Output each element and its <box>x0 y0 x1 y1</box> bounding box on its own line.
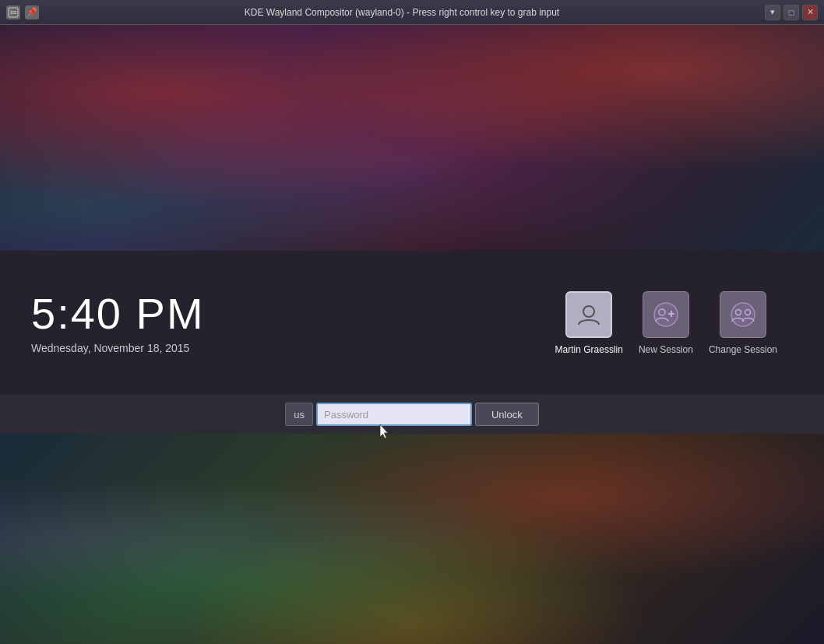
new-session-button[interactable]: New Session <box>639 291 693 355</box>
user-section: Martin Graesslin New Session <box>555 291 793 355</box>
user-avatar-button[interactable]: Martin Graesslin <box>555 291 623 355</box>
svg-point-3 <box>583 306 594 317</box>
svg-rect-2 <box>10 12 16 14</box>
app-icon <box>6 5 20 19</box>
password-input[interactable] <box>316 403 472 426</box>
unlock-button[interactable]: Unlock <box>475 403 539 426</box>
new-session-label: New Session <box>639 344 693 355</box>
titlebar-left: 📌 <box>6 5 39 19</box>
titlebar: 📌 KDE Wayland Compositor (wayland-0) - P… <box>0 0 824 25</box>
background-bottom <box>0 434 824 644</box>
lockbar: 5:40 PM Wednesday, November 18, 2015 Mar… <box>0 251 824 395</box>
change-session-label: Change Session <box>709 344 777 355</box>
user-avatar-icon <box>565 291 612 338</box>
titlebar-title: KDE Wayland Compositor (wayland-0) - Pre… <box>39 7 765 18</box>
change-session-button[interactable]: Change Session <box>709 291 777 355</box>
close-button[interactable]: ✕ <box>802 5 818 20</box>
time-display: 5:40 PM <box>31 292 226 336</box>
pin-icon[interactable]: 📌 <box>25 5 39 19</box>
new-session-icon <box>643 291 689 338</box>
username-badge: us <box>285 403 313 426</box>
time-section: 5:40 PM Wednesday, November 18, 2015 <box>31 292 226 354</box>
maximize-button[interactable]: □ <box>784 5 799 20</box>
svg-rect-0 <box>9 8 18 17</box>
titlebar-controls: ▾ □ ✕ <box>765 5 818 20</box>
password-bar: us Unlock <box>0 395 824 434</box>
main-area: 5:40 PM Wednesday, November 18, 2015 Mar… <box>0 25 824 644</box>
svg-point-8 <box>731 303 755 326</box>
svg-rect-1 <box>10 11 16 12</box>
background-top <box>0 25 824 251</box>
date-display: Wednesday, November 18, 2015 <box>31 342 226 354</box>
change-session-icon <box>720 291 766 338</box>
username-label: Martin Graesslin <box>555 344 623 355</box>
minimize-button[interactable]: ▾ <box>765 5 780 20</box>
